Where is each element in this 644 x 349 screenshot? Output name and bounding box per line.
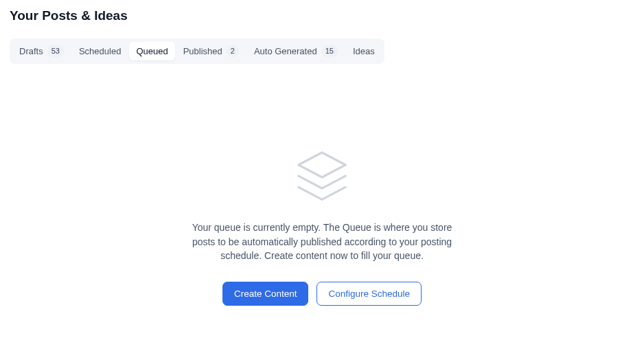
layers-icon bbox=[291, 146, 353, 208]
page-title: Your Posts & Ideas bbox=[0, 0, 644, 29]
tab-ideas[interactable]: Ideas bbox=[346, 42, 382, 60]
empty-state-actions: Create Content Configure Schedule bbox=[222, 282, 422, 306]
tab-queued[interactable]: Queued bbox=[129, 42, 174, 60]
create-content-button[interactable]: Create Content bbox=[222, 282, 309, 306]
tab-published[interactable]: Published 2 bbox=[176, 41, 246, 61]
empty-state: Your queue is currently empty. The Queue… bbox=[0, 146, 644, 306]
configure-schedule-button[interactable]: Configure Schedule bbox=[317, 282, 422, 306]
tab-label: Queued bbox=[136, 46, 168, 56]
tab-drafts[interactable]: Drafts 53 bbox=[12, 41, 71, 61]
tab-scheduled[interactable]: Scheduled bbox=[72, 42, 128, 60]
tab-label: Drafts bbox=[19, 46, 43, 56]
tab-badge: 53 bbox=[47, 45, 64, 57]
empty-state-message: Your queue is currently empty. The Queue… bbox=[181, 221, 463, 262]
tab-badge: 15 bbox=[321, 45, 338, 57]
svg-marker-0 bbox=[299, 153, 345, 177]
tabs: Drafts 53 Scheduled Queued Published 2 A… bbox=[10, 38, 384, 64]
tab-label: Auto Generated bbox=[254, 46, 317, 56]
tab-label: Scheduled bbox=[79, 46, 121, 56]
tab-badge: 2 bbox=[227, 45, 239, 57]
tab-auto-generated[interactable]: Auto Generated 15 bbox=[247, 41, 345, 61]
tab-label: Ideas bbox=[353, 46, 375, 56]
tab-label: Published bbox=[183, 46, 222, 56]
